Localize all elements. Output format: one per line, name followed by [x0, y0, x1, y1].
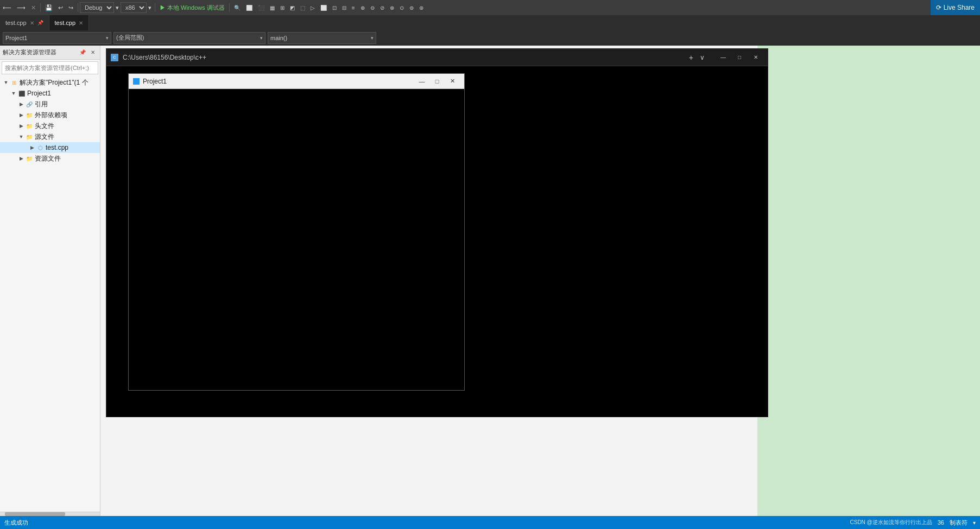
sidebar-close-btn[interactable]: ✕	[88, 48, 97, 57]
ext-deps-expand-icon[interactable]: ▶	[17, 111, 25, 119]
source-files-label: 源文件	[35, 132, 54, 142]
tab-test-cpp-close[interactable]: ✕	[30, 20, 34, 26]
terminal-window-controls: — □ ✕	[716, 51, 763, 64]
header-icon: 📁	[25, 122, 34, 130]
toolbar-extra-btn14[interactable]: ⊖	[368, 0, 377, 15]
toolbar-sep3	[155, 3, 155, 12]
run-debugger-btn[interactable]: ▶ 本地 Windows 调试器	[157, 0, 227, 15]
terminal-content[interactable]: Project1 — □ ✕	[106, 66, 768, 417]
arch-dropdown[interactable]: x86	[121, 2, 147, 13]
toolbar-extra-btn12[interactable]: ≡	[349, 0, 358, 15]
tree-source-files[interactable]: ▼ 📁 源文件	[0, 131, 100, 142]
function-nav-dropdown[interactable]: main() ▾	[268, 32, 376, 44]
app-title-icon	[133, 78, 140, 85]
sidebar-scrollbar-thumb	[5, 512, 65, 516]
toolbar-extra-btn17[interactable]: ⊙	[397, 0, 407, 15]
solution-explorer: 解决方案资源管理器 📌 ✕ ▼ ⊞ 解决方案"Project1"(1 个 ▼ ⬛…	[0, 46, 100, 516]
status-bar: 生成成功 CSDN @逆水如流等你行行出上品 36 制表符 ▾	[0, 516, 980, 529]
live-share-btn[interactable]: ⟳ Live Share	[931, 0, 980, 15]
function-nav-label: main()	[270, 35, 287, 41]
toolbar-extra-btn4[interactable]: ▦	[267, 0, 277, 15]
source-icon: 📁	[25, 132, 34, 141]
test-cpp-label: test.cpp	[46, 144, 68, 151]
tree-solution[interactable]: ▼ ⊞ 解决方案"Project1"(1 个	[0, 77, 100, 88]
toolbar-extra-btn13[interactable]: ⊕	[358, 0, 368, 15]
toolbar-undo-btn[interactable]: ↩	[55, 0, 66, 15]
app-close-btn[interactable]: ✕	[445, 75, 460, 87]
toolbar-extra-btn18[interactable]: ⊚	[407, 0, 416, 15]
toolbar-left: ⟵ ⟶ ✕ 💾 ↩ ↪ Debug ▾ x86 ▾ ▶ 本地 Windows 调…	[0, 0, 980, 15]
status-dropdown-icon[interactable]: ▾	[973, 520, 976, 526]
toolbar-sep4	[229, 3, 230, 12]
terminal-title-icon: C	[111, 54, 118, 61]
project-expand-icon[interactable]: ▼	[10, 90, 17, 97]
terminal-titlebar: C C:\Users\86156\Desktop\c++ + ∨ — □ ✕	[106, 49, 768, 66]
terminal-new-tab-btn[interactable]: +	[687, 53, 696, 62]
tree-test-cpp[interactable]: ▶ ⬡ test.cpp	[0, 142, 100, 153]
tree-project[interactable]: ▼ ⬛ Project1	[0, 88, 100, 99]
scope-nav-dropdown[interactable]: (全局范围) ▾	[113, 32, 265, 44]
toolbar-redo-btn[interactable]: ↪	[66, 0, 76, 15]
solution-expand-icon[interactable]: ▼	[2, 79, 10, 86]
toolbar-save-btn[interactable]: 💾	[42, 0, 55, 15]
refs-label: 引用	[35, 100, 48, 109]
terminal-tab-dropdown-btn[interactable]: ∨	[698, 54, 707, 61]
sidebar-header: 解决方案资源管理器 📌 ✕	[0, 46, 100, 60]
app-minimize-btn[interactable]: —	[414, 75, 429, 87]
refs-expand-icon[interactable]: ▶	[17, 100, 25, 108]
toolbar-extra-btn16[interactable]: ⊗	[387, 0, 397, 15]
toolbar-extra-btn19[interactable]: ⊛	[416, 0, 426, 15]
app-restore-btn[interactable]: □	[429, 75, 445, 87]
tab-active-close[interactable]: ✕	[79, 20, 83, 26]
toolbar-extra-btn1[interactable]: 🔍	[231, 0, 243, 15]
toolbar-extra-btn8[interactable]: ▷	[308, 0, 318, 15]
tree-header-files[interactable]: ▶ 📁 头文件	[0, 120, 100, 131]
toolbar-extra-btn10[interactable]: ⊡	[330, 0, 339, 15]
toolbar-back-btn[interactable]: ⟵	[0, 0, 14, 15]
sidebar-search-input[interactable]	[2, 61, 98, 74]
status-build-text: 生成成功	[0, 519, 33, 527]
tab-active-cpp[interactable]: test.cpp ✕	[49, 15, 90, 30]
tree-refs[interactable]: ▶ 🔗 引用	[0, 99, 100, 110]
tree-external-deps[interactable]: ▶ 📁 外部依赖项	[0, 110, 100, 120]
toolbar-extra-btn2[interactable]: ⬜	[243, 0, 255, 15]
toolbar-extra-btn11[interactable]: ⊟	[339, 0, 349, 15]
terminal-minimize-btn[interactable]: —	[716, 51, 731, 64]
terminal-maximize-btn[interactable]: □	[732, 51, 747, 64]
tree-resource-files[interactable]: ▶ 📁 资源文件	[0, 153, 100, 164]
sidebar-scrollbar[interactable]	[0, 512, 100, 516]
terminal-window[interactable]: C C:\Users\86156\Desktop\c++ + ∨ — □ ✕	[106, 48, 768, 417]
header-expand-icon[interactable]: ▶	[17, 122, 25, 130]
header-files-label: 头文件	[35, 122, 54, 131]
toolbar-forward-btn[interactable]: ⟶	[14, 0, 28, 15]
toolbar-extra-btn15[interactable]: ⊘	[377, 0, 387, 15]
tab-test-cpp-pin[interactable]: 📌	[37, 20, 43, 26]
terminal-close-btn[interactable]: ✕	[748, 51, 763, 64]
sidebar-pin-btn[interactable]: 📌	[78, 48, 87, 57]
csdn-watermark: CSDN @逆水如流等你行行出上品	[850, 519, 932, 526]
terminal-tab-controls: + ∨	[687, 53, 707, 62]
tab-test-cpp[interactable]: test.cpp ✕ 📌	[0, 15, 49, 30]
project-label: Project1	[27, 90, 51, 97]
main-toolbar: ⟵ ⟶ ✕ 💾 ↩ ↪ Debug ▾ x86 ▾ ▶ 本地 Windows 调…	[0, 0, 980, 15]
toolbar-extra-btn7[interactable]: ⬚	[298, 0, 308, 15]
sidebar-search-area	[0, 60, 100, 76]
editor-area: C C:\Users\86156\Desktop\c++ + ∨ — □ ✕	[100, 46, 757, 516]
toolbar-extra-btn5[interactable]: ⊞	[277, 0, 287, 15]
debug-config-dropdown[interactable]: Debug	[80, 2, 114, 13]
nav-bar: Project1 ▾ (全局范围) ▾ main() ▾	[0, 30, 980, 46]
tab-test-cpp-label: test.cpp	[5, 20, 27, 26]
resource-expand-icon[interactable]: ▶	[17, 155, 25, 162]
test-cpp-expand-icon[interactable]: ▶	[28, 144, 36, 151]
app-window[interactable]: Project1 — □ ✕	[128, 73, 465, 391]
app-window-controls: — □ ✕	[414, 75, 460, 87]
toolbar-extra-btn3[interactable]: ⬛	[255, 0, 267, 15]
toolbar-extra-btn6[interactable]: ◩	[287, 0, 298, 15]
ext-deps-label: 外部依赖项	[35, 111, 67, 120]
source-expand-icon[interactable]: ▼	[17, 133, 25, 141]
toolbar-sep2	[78, 3, 78, 12]
project-nav-dropdown[interactable]: Project1 ▾	[3, 32, 111, 44]
right-panel	[757, 46, 980, 516]
toolbar-stop-btn[interactable]: ✕	[28, 0, 39, 15]
toolbar-extra-btn9[interactable]: ⬜	[318, 0, 330, 15]
